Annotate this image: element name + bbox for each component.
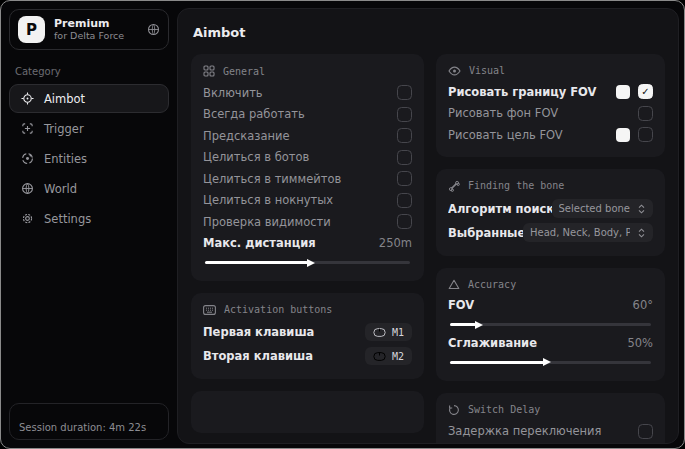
bone-algorithm-select[interactable]: Selected bone xyxy=(552,199,653,218)
draw-fov-background-checkbox[interactable]: ✓ xyxy=(638,106,653,121)
sidebar-item-label: World xyxy=(44,182,77,196)
sidebar-item-label: Trigger xyxy=(44,122,84,136)
globe-icon xyxy=(20,182,34,195)
sidebar-item-label: Aimbot xyxy=(44,92,85,106)
sidebar-item-settings[interactable]: Settings xyxy=(9,204,169,233)
setting-row: Задержка переключения ✓ xyxy=(448,421,653,443)
slider-label-row: Задержка переключения (мс) 1000 ms xyxy=(448,442,653,444)
fov-slider[interactable] xyxy=(450,323,651,326)
general-card-header: General xyxy=(203,65,412,77)
bone-row: Алгоритм поиска кост Selected bone xyxy=(448,197,653,221)
accuracy-card: Accuracy FOV 60° Сглаживание 50% xyxy=(436,268,665,381)
premium-text: Premium for Delta Force xyxy=(54,17,124,43)
target-knocked-checkbox[interactable]: ✓ xyxy=(397,193,412,208)
premium-title: Premium xyxy=(54,17,124,31)
mouse-icon xyxy=(373,328,386,337)
language-icon[interactable] xyxy=(147,23,160,36)
empty-card xyxy=(191,391,424,433)
visual-row: Рисовать цель FOV ✓ xyxy=(448,124,653,146)
trigger-icon xyxy=(20,122,34,135)
mouse-icon xyxy=(373,352,386,361)
visual-card-header: Visual xyxy=(448,65,653,76)
main-panel: Aimbot General Включить ✓ В xyxy=(177,8,679,444)
slider-label-row: Сглаживание 50% xyxy=(448,332,653,354)
session-duration-box: Session duration: 4m 22s xyxy=(9,403,169,440)
page-title: Aimbot xyxy=(193,25,665,40)
sidebar-item-aimbot[interactable]: Aimbot xyxy=(9,84,169,113)
app-window: P Premium for Delta Force Category Aimbo… xyxy=(0,0,685,449)
eye-icon xyxy=(448,66,461,76)
prediction-checkbox[interactable]: ✓ xyxy=(397,128,412,143)
smoothing-value: 50% xyxy=(627,336,653,350)
sidebar-item-label: Entities xyxy=(44,152,87,166)
finding-bone-card: Finding the bone Алгоритм поиска кост Se… xyxy=(436,169,665,256)
setting-row: Целиться в тиммейтов ✓ xyxy=(203,168,412,190)
bone-card-header: Finding the bone xyxy=(448,180,653,192)
keybind-row: Первая клавиша M1 xyxy=(203,320,412,344)
slider-fill[interactable] xyxy=(205,261,308,264)
setting-row: Предсказание ✓ xyxy=(203,125,412,147)
premium-card[interactable]: P Premium for Delta Force xyxy=(9,9,169,50)
smoothing-slider[interactable] xyxy=(450,361,651,364)
always-work-checkbox[interactable]: ✓ xyxy=(397,107,412,122)
session-duration-text: Session duration: 4m 22s xyxy=(19,422,146,433)
visual-card: Visual Рисовать границу FOV ✓ Рисовать ф… xyxy=(436,54,665,157)
activation-buttons-card: Activation buttons Первая клавиша M1 Вто… xyxy=(191,293,424,379)
crosshair-icon xyxy=(20,92,34,105)
slider-fill[interactable] xyxy=(450,361,544,364)
slider-label-row: FOV 60° xyxy=(448,295,653,317)
setting-row: Целиться в нокнутых ✓ xyxy=(203,190,412,212)
max-distance-slider[interactable] xyxy=(205,261,410,264)
fov-target-color-swatch[interactable] xyxy=(616,128,630,142)
switch-delay-checkbox[interactable]: ✓ xyxy=(638,424,653,439)
draw-fov-target-checkbox[interactable]: ✓ xyxy=(638,127,653,142)
app-logo: P xyxy=(18,16,45,43)
max-distance-value: 250m xyxy=(379,236,412,250)
general-icon xyxy=(203,65,215,77)
switch-delay-card-header: Switch Delay xyxy=(448,404,653,416)
draw-fov-border-checkbox[interactable]: ✓ xyxy=(638,84,653,99)
setting-row: Целиться в ботов ✓ xyxy=(203,147,412,169)
activation-card-header: Activation buttons xyxy=(203,304,412,315)
sidebar-item-world[interactable]: World xyxy=(9,174,169,203)
fov-border-color-swatch[interactable] xyxy=(616,85,630,99)
keyboard-icon xyxy=(203,305,216,315)
slider-fill[interactable] xyxy=(450,323,476,326)
entities-icon xyxy=(20,152,34,165)
gear-icon xyxy=(20,212,34,225)
setting-row: Проверка видимости ✓ xyxy=(203,211,412,233)
general-card: General Включить ✓ Всегда работать ✓ Пре… xyxy=(191,54,424,281)
bone-row: Выбранные кос Head, Neck, Body, Pe... xyxy=(448,221,653,245)
target-bots-checkbox[interactable]: ✓ xyxy=(397,150,412,165)
triangle-icon xyxy=(448,279,460,290)
premium-subtitle: for Delta Force xyxy=(54,30,124,42)
fov-value: 60° xyxy=(633,298,653,312)
keybind-row: Вторая клавиша M2 xyxy=(203,344,412,368)
first-key-button[interactable]: M1 xyxy=(365,323,412,341)
selected-bones-select[interactable]: Head, Neck, Body, Pe... xyxy=(523,223,653,242)
setting-row: Включить ✓ xyxy=(203,82,412,104)
expand-icon xyxy=(637,228,646,238)
switch-delay-card: Switch Delay Задержка переключения ✓ Зад… xyxy=(436,393,665,445)
visual-row: Рисовать границу FOV ✓ xyxy=(448,81,653,103)
category-label: Category xyxy=(15,66,163,77)
visibility-check-checkbox[interactable]: ✓ xyxy=(397,214,412,229)
expand-icon xyxy=(637,204,646,214)
sidebar: P Premium for Delta Force Category Aimbo… xyxy=(1,1,177,448)
sidebar-item-entities[interactable]: Entities xyxy=(9,144,169,173)
visual-row: Рисовать фон FOV ✓ xyxy=(448,103,653,125)
bone-icon xyxy=(448,180,460,192)
second-key-button[interactable]: M2 xyxy=(365,347,412,365)
sidebar-item-trigger[interactable]: Trigger xyxy=(9,114,169,143)
enable-checkbox[interactable]: ✓ xyxy=(397,85,412,100)
slider-label-row: Макс. дистанция 250m xyxy=(203,233,412,255)
setting-row: Всегда работать ✓ xyxy=(203,104,412,126)
history-icon xyxy=(448,404,460,416)
target-teammates-checkbox[interactable]: ✓ xyxy=(397,171,412,186)
sidebar-item-label: Settings xyxy=(44,212,91,226)
sidebar-nav: Aimbot Trigger Entities World xyxy=(9,84,169,233)
accuracy-card-header: Accuracy xyxy=(448,279,653,290)
